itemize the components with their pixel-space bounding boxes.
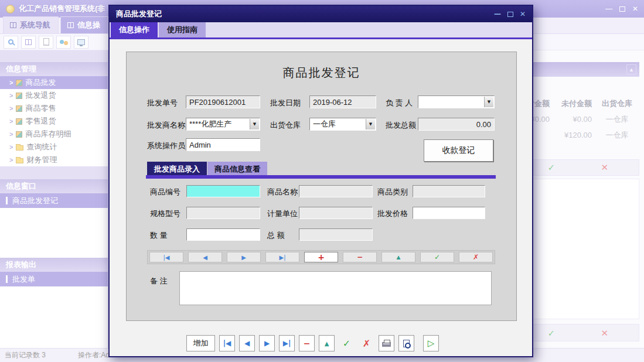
print-button[interactable] [379, 335, 394, 351]
price-label: 批发价格 [377, 209, 408, 219]
form-title: 商品批发登记 [127, 65, 516, 81]
total-value: 0.00 [476, 120, 491, 129]
nav-prev-button[interactable]: ◀ [188, 252, 222, 262]
form-panel: 商品批发登记 批发单号 PF20190612001 批发日期 2019-06-1… [126, 52, 517, 321]
remark-label: 备 注 [150, 276, 168, 286]
unit-label: 计量单位 [267, 209, 298, 219]
operator-field: Admin [186, 138, 260, 151]
batch-no-label: 批发单号 [147, 98, 178, 108]
product-category-field [413, 185, 485, 197]
nav-next-button[interactable]: ▶ [227, 252, 261, 262]
preview-icon [403, 340, 410, 347]
dropdown-arrow-icon[interactable]: ▼ [366, 119, 375, 129]
amount-label: 总 额 [267, 230, 285, 241]
nav-delete-button[interactable]: − [343, 252, 377, 262]
warehouse-combobox[interactable]: 一仓库 ▼ [309, 118, 376, 131]
tab-product-entry[interactable]: 批发商品录入 [147, 162, 207, 175]
printer-icon [382, 342, 391, 347]
record-navigator: |◀ ◀ ▶ ▶| + − ▲ ✓ ✗ [147, 250, 495, 264]
price-input[interactable] [413, 207, 485, 219]
wholesaler-value: ****化肥生产 [189, 119, 231, 129]
wholesaler-combobox[interactable]: ****化肥生产 ▼ [186, 118, 260, 131]
product-name-label: 商品名称 [267, 187, 298, 197]
dialog-tab-info-operation[interactable]: 信息操作 [111, 22, 158, 37]
unit-field [299, 207, 373, 219]
screen: 化工产品销售管理系统(非 — ✕ 系统导航 信息操 [0, 0, 644, 362]
run-button[interactable]: ▷ [423, 335, 439, 351]
batch-no-field: PF20190612001 [186, 95, 260, 108]
nav-confirm-button[interactable]: ✓ [420, 252, 454, 262]
remark-textarea[interactable] [179, 271, 492, 305]
first-record-button[interactable]: |◀ [219, 335, 235, 351]
dropdown-arrow-icon[interactable]: ▼ [250, 119, 259, 129]
product-category-label: 商品类别 [377, 187, 408, 197]
date-label: 批发日期 [270, 98, 301, 108]
qty-input[interactable] [186, 228, 260, 241]
person-label: 负 责 人 [386, 98, 413, 108]
nav-cancel-button[interactable]: ✗ [459, 252, 493, 262]
product-code-label: 商品编号 [150, 187, 180, 197]
nav-first-button[interactable]: |◀ [149, 252, 183, 262]
operator-label: 系统操作员 [147, 141, 185, 151]
qty-label: 数 量 [150, 230, 168, 241]
product-code-input[interactable] [186, 185, 260, 197]
tab-underline [146, 175, 496, 179]
amount-field [299, 228, 373, 241]
dialog-tabbar: 信息操作 使用指南 [110, 22, 532, 39]
last-record-button[interactable]: ▶| [279, 335, 295, 351]
cancel-button[interactable]: ✗ [359, 335, 374, 351]
spec-field [186, 207, 260, 219]
dialog-titlebar: 商品批发登记 — ✕ [110, 6, 532, 22]
product-tabbar: 批发商品录入 商品信息查看 [147, 162, 267, 175]
warehouse-value: 一仓库 [313, 119, 336, 129]
batch-no-value: PF20190612001 [189, 98, 246, 107]
tab-product-view[interactable]: 商品信息查看 [207, 162, 267, 175]
add-record-button[interactable]: 增加 [186, 335, 215, 351]
date-value: 2019-06-12 [313, 98, 352, 107]
dialog-minimize-button[interactable]: — [494, 10, 501, 18]
spec-label: 规格型号 [150, 209, 180, 219]
operator-value: Admin [189, 141, 211, 149]
dialog-body: 商品批发登记 批发单号 PF20190612001 批发日期 2019-06-1… [110, 39, 532, 356]
dialog-wholesale-register: 商品批发登记 — ✕ 信息操作 使用指南 商品批发登记 批发单号 PF20190… [108, 5, 533, 357]
dialog-bottom-bar: 增加 |◀ ◀ ▶ ▶| − ▲ ✓ ✗ ▷ [186, 335, 439, 351]
dialog-maximize-button[interactable] [507, 12, 513, 17]
delete-record-button[interactable]: − [299, 335, 315, 351]
person-combobox[interactable]: ▼ [418, 95, 495, 108]
dialog-close-button[interactable]: ✕ [520, 10, 526, 18]
nav-edit-button[interactable]: ▲ [381, 252, 415, 262]
nav-last-button[interactable]: ▶| [265, 252, 299, 262]
edit-record-button[interactable]: ▲ [319, 335, 335, 351]
product-name-field [299, 185, 373, 197]
confirm-button[interactable]: ✓ [339, 335, 355, 351]
dialog-title: 商品批发登记 [116, 9, 162, 19]
print-preview-button[interactable] [398, 335, 414, 351]
receipt-register-button[interactable]: 收款登记 [424, 139, 493, 162]
dropdown-arrow-icon[interactable]: ▼ [484, 97, 493, 107]
total-label: 批发总额 [386, 120, 416, 131]
wholesaler-label: 批发商名称 [147, 120, 185, 131]
prev-record-button[interactable]: ◀ [239, 335, 255, 351]
total-field: 0.00 [418, 118, 495, 131]
warehouse-label: 出货仓库 [270, 120, 301, 131]
dialog-tab-user-guide[interactable]: 使用指南 [159, 22, 206, 37]
date-field: 2019-06-12 [309, 95, 376, 108]
nav-add-button[interactable]: + [304, 252, 338, 262]
next-record-button[interactable]: ▶ [259, 335, 275, 351]
